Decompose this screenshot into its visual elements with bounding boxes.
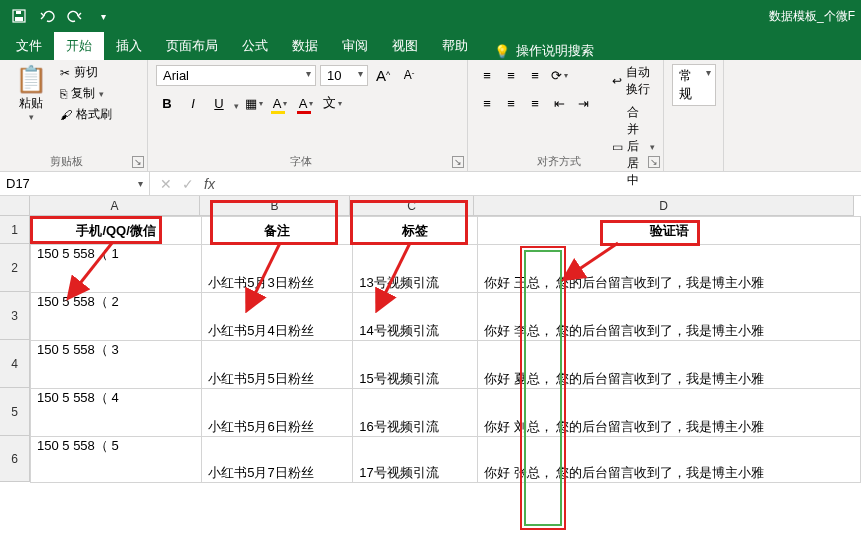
font-group-label: 字体 [148, 154, 453, 169]
underline-button[interactable]: U [208, 92, 230, 114]
font-name-combo[interactable]: Arial [156, 65, 316, 86]
wrap-text-button[interactable]: ↩自动换行 [612, 64, 655, 98]
name-box-value: D17 [6, 176, 30, 191]
tell-me-label: 操作说明搜索 [516, 42, 594, 60]
increase-font-button[interactable]: A^ [372, 64, 394, 86]
border-button[interactable]: ▦ [243, 92, 265, 114]
cancel-formula-button[interactable]: ✕ [160, 176, 172, 192]
cell[interactable]: 小红书5月5日粉丝 [202, 341, 353, 389]
cell[interactable]: 150 5 558（ 5 [31, 437, 202, 483]
clipboard-group-label: 剪贴板 [0, 154, 133, 169]
spreadsheet-grid: ABCD 123456 手机/QQ/微信备注标签验证语150 5 558（ 1小… [0, 196, 861, 551]
font-dialog-launcher[interactable]: ↘ [452, 156, 464, 168]
cell[interactable]: 你好 张总， 您的后台留言收到了，我是博主小雅 [478, 437, 861, 483]
cell[interactable]: 13号视频引流 [353, 245, 478, 293]
fill-color-button[interactable]: A [269, 92, 291, 114]
cell[interactable]: 17号视频引流 [353, 437, 478, 483]
brush-icon: 🖌 [60, 108, 72, 122]
wrap-icon: ↩ [612, 74, 622, 88]
clipboard-dialog-launcher[interactable]: ↘ [132, 156, 144, 168]
copy-icon: ⎘ [60, 87, 67, 101]
cell[interactable]: 你好 刘总， 您的后台留言收到了，我是博主小雅 [478, 389, 861, 437]
accept-formula-button[interactable]: ✓ [182, 176, 194, 192]
cell[interactable]: 14号视频引流 [353, 293, 478, 341]
align-left-button[interactable]: ≡ [476, 92, 498, 114]
cell[interactable]: 你好 夏总， 您的后台留言收到了，我是博主小雅 [478, 341, 861, 389]
decrease-indent-button[interactable]: ⇤ [548, 92, 570, 114]
font-color-button[interactable]: A [295, 92, 317, 114]
cell[interactable]: 小红书5月4日粉丝 [202, 293, 353, 341]
ribbon: 📋 粘贴 ▾ ✂剪切 ⎘复制▾ 🖌格式刷 剪贴板 ↘ Arial 10 A^ A… [0, 60, 861, 172]
cell[interactable]: 150 5 558（ 3 [31, 341, 202, 389]
align-right-button[interactable]: ≡ [524, 92, 546, 114]
svg-rect-2 [16, 11, 21, 14]
title-bar: ▾ 数据模板_个微F [0, 0, 861, 32]
undo-button[interactable] [34, 4, 60, 28]
tab-home[interactable]: 开始 [54, 32, 104, 60]
merge-center-button[interactable]: ▭合并后居中▾ [612, 104, 655, 189]
merge-icon: ▭ [612, 140, 623, 154]
cell[interactable]: 你好 李总， 您的后台留言收到了，我是博主小雅 [478, 293, 861, 341]
cell[interactable]: 150 5 558（ 4 [31, 389, 202, 437]
row-header[interactable]: 3 [0, 292, 30, 340]
cell[interactable]: 小红书5月7日粉丝 [202, 437, 353, 483]
bold-button[interactable]: B [156, 92, 178, 114]
orientation-button[interactable]: ⟳ [548, 64, 570, 86]
font-size-combo[interactable]: 10 [320, 65, 368, 86]
tab-insert[interactable]: 插入 [104, 32, 154, 60]
decrease-font-button[interactable]: Aˇ [398, 64, 420, 86]
cell[interactable]: 16号视频引流 [353, 389, 478, 437]
format-painter-button[interactable]: 🖌格式刷 [60, 106, 112, 123]
tab-data[interactable]: 数据 [280, 32, 330, 60]
row-header[interactable]: 4 [0, 340, 30, 388]
italic-button[interactable]: I [182, 92, 204, 114]
column-header[interactable]: C [350, 196, 474, 216]
redo-button[interactable] [62, 4, 88, 28]
cell[interactable]: 验证语 [478, 217, 861, 245]
save-button[interactable] [6, 4, 32, 28]
phonetic-button[interactable]: 文 [321, 92, 343, 114]
column-header[interactable]: A [30, 196, 200, 216]
alignment-dialog-launcher[interactable]: ↘ [648, 156, 660, 168]
svg-rect-1 [15, 17, 23, 21]
cell[interactable]: 你好 王总， 您的后台留言收到了，我是博主小雅 [478, 245, 861, 293]
column-header[interactable]: D [474, 196, 854, 216]
cell[interactable]: 150 5 558（ 2 [31, 293, 202, 341]
formula-buttons: ✕ ✓ fx [150, 172, 225, 195]
tab-page-layout[interactable]: 页面布局 [154, 32, 230, 60]
align-bottom-button[interactable]: ≡ [524, 64, 546, 86]
cell[interactable]: 15号视频引流 [353, 341, 478, 389]
tab-help[interactable]: 帮助 [430, 32, 480, 60]
tab-review[interactable]: 审阅 [330, 32, 380, 60]
increase-indent-button[interactable]: ⇥ [572, 92, 594, 114]
tab-formulas[interactable]: 公式 [230, 32, 280, 60]
name-box[interactable]: D17 ▾ [0, 172, 150, 195]
tell-me-search[interactable]: 💡 操作说明搜索 [488, 42, 600, 60]
copy-button[interactable]: ⎘复制▾ [60, 85, 112, 102]
quick-access-toolbar: ▾ [6, 4, 116, 28]
cell[interactable]: 标签 [353, 217, 478, 245]
column-header[interactable]: B [200, 196, 350, 216]
row-header[interactable]: 2 [0, 244, 30, 292]
qat-customize-button[interactable]: ▾ [90, 4, 116, 28]
tab-file[interactable]: 文件 [4, 32, 54, 60]
alignment-group-label: 对齐方式 [468, 154, 649, 169]
insert-function-button[interactable]: fx [204, 176, 215, 192]
align-center-button[interactable]: ≡ [500, 92, 522, 114]
cell[interactable]: 小红书5月6日粉丝 [202, 389, 353, 437]
row-header[interactable]: 6 [0, 436, 30, 482]
select-all-button[interactable] [0, 196, 30, 216]
name-box-dropdown[interactable]: ▾ [138, 178, 143, 189]
align-middle-button[interactable]: ≡ [500, 64, 522, 86]
number-format-combo[interactable]: 常规 [672, 64, 716, 106]
align-top-button[interactable]: ≡ [476, 64, 498, 86]
tab-view[interactable]: 视图 [380, 32, 430, 60]
cell[interactable]: 150 5 558（ 1 [31, 245, 202, 293]
row-header[interactable]: 5 [0, 388, 30, 436]
cell[interactable]: 手机/QQ/微信 [31, 217, 202, 245]
paste-icon: 📋 [15, 64, 47, 95]
row-header[interactable]: 1 [0, 216, 30, 244]
cell[interactable]: 备注 [202, 217, 353, 245]
cell[interactable]: 小红书5月3日粉丝 [202, 245, 353, 293]
cut-button[interactable]: ✂剪切 [60, 64, 112, 81]
